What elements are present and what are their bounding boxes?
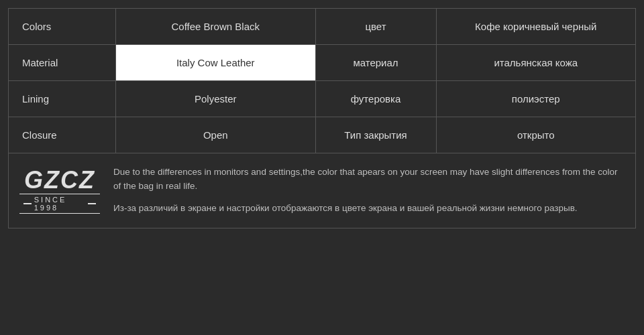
table-row: Material Italy Cow Leather материал итал… [9, 45, 635, 81]
table-row: Closure Open Тип закрытия открыто [9, 117, 635, 153]
key-colors-ru: цвет [316, 9, 437, 44]
value-lining-en: Polyester [116, 81, 316, 117]
label-closure: Closure [9, 117, 116, 153]
product-table: Colors Coffee Brown Black цвет Кофе кори… [8, 8, 636, 153]
label-material: Material [9, 45, 116, 80]
key-closure-ru: Тип закрытия [316, 117, 437, 153]
value-colors-ru: Кофе коричневый черный [437, 9, 636, 44]
key-material-ru: материал [316, 45, 437, 80]
value-closure-ru: открыто [437, 117, 636, 153]
main-container: Colors Coffee Brown Black цвет Кофе кори… [0, 0, 644, 335]
brand-logo: GZCZ SINCE 1998 [19, 165, 113, 214]
value-material-en: Italy Cow Leather [116, 45, 316, 80]
value-material-ru: итальянская кожа [437, 45, 636, 80]
logo-since: SINCE 1998 [19, 194, 100, 214]
logo-line-left [23, 203, 32, 204]
disclaimer-en: Due to the differences in monitors and s… [113, 165, 625, 194]
label-lining: Lining [9, 81, 116, 117]
value-closure-en: Open [116, 117, 316, 153]
footer-text: Due to the differences in monitors and s… [113, 165, 625, 216]
table-row: Colors Coffee Brown Black цвет Кофе кори… [9, 9, 635, 45]
value-colors-en: Coffee Brown Black [116, 9, 316, 44]
key-lining-ru: футеровка [316, 81, 437, 117]
disclaimer-ru: Из-за различий в экране и настройки отоб… [113, 202, 625, 216]
table-row: Lining Polyester футеровка полиэстер [9, 81, 635, 117]
logo-line-right [88, 203, 96, 204]
value-lining-ru: полиэстер [437, 81, 636, 117]
footer-section: GZCZ SINCE 1998 Due to the differences i… [8, 153, 636, 228]
label-colors: Colors [9, 9, 116, 44]
logo-text: GZCZ [24, 168, 95, 192]
